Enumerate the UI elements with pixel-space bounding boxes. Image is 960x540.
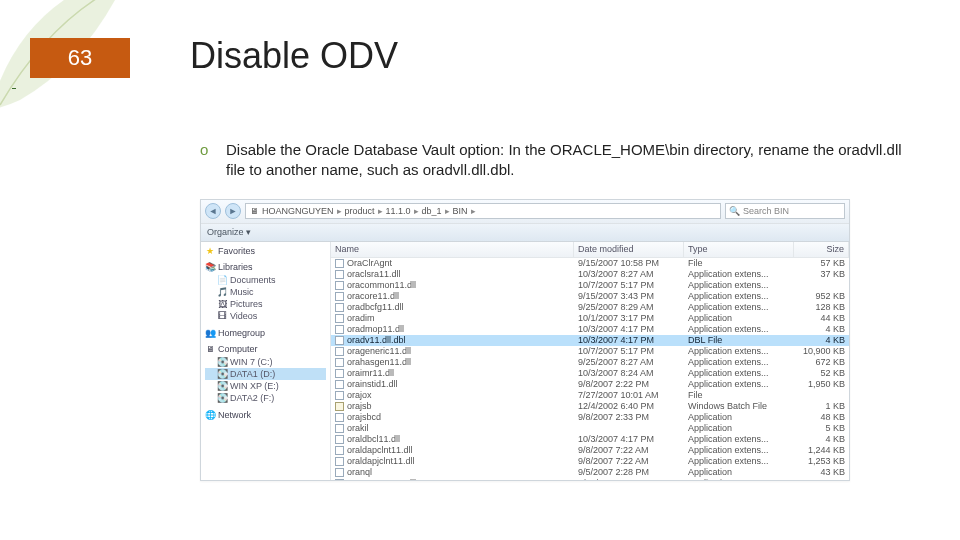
file-icon (335, 468, 344, 477)
nav-drive[interactable]: 💽WIN 7 (C:) (205, 356, 326, 368)
drive-icon: 💽 (217, 393, 227, 403)
network-icon: 🌐 (205, 410, 215, 420)
file-date: 10/7/2007 5:17 PM (574, 346, 684, 356)
file-icon (335, 413, 344, 422)
nav-pictures[interactable]: 🖼Pictures (205, 298, 326, 310)
file-name: orageneric11.dll (347, 346, 411, 356)
table-row[interactable]: oradim10/1/2007 3:17 PMApplication44 KB (331, 313, 849, 324)
table-row[interactable]: oraldapjclnt11.dll9/8/2007 7:22 AMApplic… (331, 456, 849, 467)
col-type[interactable]: Type (684, 242, 794, 257)
nav-computer[interactable]: 🖥Computer (205, 344, 326, 354)
crumb-seg[interactable]: BIN (453, 206, 468, 216)
file-name: oramqw-agent.dll (347, 478, 416, 480)
file-type: Application (684, 412, 794, 422)
file-name: oraldapclnt11.dll (347, 445, 413, 455)
table-row[interactable]: oradmop11.dll10/3/2007 4:17 PMApplicatio… (331, 324, 849, 335)
file-icon (335, 457, 344, 466)
drive-icon: 💽 (217, 369, 227, 379)
table-row[interactable]: oracore11.dll9/15/2007 3:43 PMApplicatio… (331, 291, 849, 302)
forward-button[interactable]: ► (225, 203, 241, 219)
file-icon (335, 479, 344, 480)
nav-drive[interactable]: 💽WIN XP (E:) (205, 380, 326, 392)
navigation-pane[interactable]: ★Favorites 📚Libraries 📄Documents 🎵Music … (201, 242, 331, 480)
file-name: oracommon11.dll (347, 280, 416, 290)
computer-icon: 🖥 (205, 344, 215, 354)
nav-videos[interactable]: 🎞Videos (205, 310, 326, 322)
computer-icon: 🖥 (249, 206, 259, 216)
col-name[interactable]: Name (331, 242, 574, 257)
table-row[interactable]: oraclsra11.dll10/3/2007 8:27 AMApplicati… (331, 269, 849, 280)
table-row[interactable]: oranql9/5/2007 2:28 PMApplication43 KB (331, 467, 849, 478)
file-type: Application extens... (684, 368, 794, 378)
file-date: 9/15/2007 10:58 PM (574, 258, 684, 268)
file-date: 9/8/2007 2:22 PM (574, 379, 684, 389)
file-list-pane: Name Date modified Type Size OraClrAgnt9… (331, 242, 849, 480)
organize-button[interactable]: Organize ▾ (207, 227, 251, 237)
table-row[interactable]: orakilApplication5 KB (331, 423, 849, 434)
col-date[interactable]: Date modified (574, 242, 684, 257)
file-size: 57 KB (794, 258, 849, 268)
file-type: Application extens... (684, 445, 794, 455)
library-icon: 📚 (205, 262, 215, 272)
accent-line (12, 88, 16, 89)
file-type: File (684, 258, 794, 268)
file-name: oraclsra11.dll (347, 269, 401, 279)
table-row[interactable]: orajsbcd9/8/2007 2:33 PMApplication48 KB (331, 412, 849, 423)
table-row[interactable]: orahasgen11.dll9/25/2007 8:27 AMApplicat… (331, 357, 849, 368)
back-button[interactable]: ◄ (205, 203, 221, 219)
nav-network[interactable]: 🌐Network (205, 410, 326, 420)
file-icon (335, 358, 344, 367)
file-date: 9/8/2007 7:22 AM (574, 445, 684, 455)
file-name: orahasgen11.dll (347, 357, 411, 367)
search-input[interactable]: 🔍Search BIN (725, 203, 845, 219)
table-row[interactable]: OraClrAgnt9/15/2007 10:58 PMFile57 KB (331, 258, 849, 269)
file-date: 9/12/2007 5:11 AM (574, 478, 684, 480)
crumb-seg[interactable]: db_1 (422, 206, 442, 216)
file-type: Application extens... (684, 269, 794, 279)
crumb-seg[interactable]: product (345, 206, 375, 216)
table-row[interactable]: orageneric11.dll10/7/2007 5:17 PMApplica… (331, 346, 849, 357)
picture-icon: 🖼 (217, 299, 227, 309)
crumb-seg[interactable]: 11.1.0 (386, 206, 411, 216)
file-date: 9/15/2007 3:43 PM (574, 291, 684, 301)
file-size: 5 KB (794, 423, 849, 433)
table-row[interactable]: oradv11.dll.dbl10/3/2007 4:17 PMDBL File… (331, 335, 849, 346)
file-name: oraimr11.dll (347, 368, 394, 378)
breadcrumb[interactable]: 🖥 HOANGNGUYEN▸ product▸ 11.1.0▸ db_1▸ BI… (245, 203, 721, 219)
homegroup-icon: 👥 (205, 328, 215, 338)
file-type: Application (684, 467, 794, 477)
col-size[interactable]: Size (794, 242, 849, 257)
explorer-toolbar: Organize ▾ (201, 224, 849, 242)
column-headers[interactable]: Name Date modified Type Size (331, 242, 849, 258)
file-type: Application extens... (684, 434, 794, 444)
file-date: 10/7/2007 5:17 PM (574, 280, 684, 290)
nav-drive[interactable]: 💽DATA2 (F:) (205, 392, 326, 404)
explorer-titlebar: ◄ ► 🖥 HOANGNGUYEN▸ product▸ 11.1.0▸ db_1… (201, 200, 849, 224)
table-row[interactable]: orajox7/27/2007 10:01 AMFile (331, 390, 849, 401)
table-row[interactable]: oraimr11.dll10/3/2007 8:24 AMApplication… (331, 368, 849, 379)
table-row[interactable]: oraldbcl11.dll10/3/2007 4:17 PMApplicati… (331, 434, 849, 445)
nav-documents[interactable]: 📄Documents (205, 274, 326, 286)
file-type: Application extens... (684, 291, 794, 301)
table-row[interactable]: orainstid1.dll9/8/2007 2:22 PMApplicatio… (331, 379, 849, 390)
nav-homegroup[interactable]: 👥Homegroup (205, 328, 326, 338)
nav-favorites[interactable]: ★Favorites (205, 246, 326, 256)
file-type: Application extens... (684, 379, 794, 389)
file-date: 10/3/2007 4:17 PM (574, 324, 684, 334)
nav-libraries[interactable]: 📚Libraries (205, 262, 326, 272)
star-icon: ★ (205, 246, 215, 256)
nav-music[interactable]: 🎵Music (205, 286, 326, 298)
file-type: Application extens... (684, 478, 794, 480)
table-row[interactable]: oraldapclnt11.dll9/8/2007 7:22 AMApplica… (331, 445, 849, 456)
file-icon (335, 446, 344, 455)
table-row[interactable]: orajsb12/4/2002 6:40 PMWindows Batch Fil… (331, 401, 849, 412)
file-size: 10,900 KB (794, 346, 849, 356)
file-name: orajox (347, 390, 372, 400)
table-row[interactable]: oradbcfg11.dll9/25/2007 8:29 AMApplicati… (331, 302, 849, 313)
crumb-seg[interactable]: HOANGNGUYEN (262, 206, 334, 216)
table-row[interactable]: oracommon11.dll10/7/2007 5:17 PMApplicat… (331, 280, 849, 291)
file-date: 10/1/2007 3:17 PM (574, 313, 684, 323)
nav-drive[interactable]: 💽DATA1 (D:) (205, 368, 326, 380)
table-row[interactable]: oramqw-agent.dll9/12/2007 5:11 AMApplica… (331, 478, 849, 480)
file-size: 1,244 KB (794, 445, 849, 455)
